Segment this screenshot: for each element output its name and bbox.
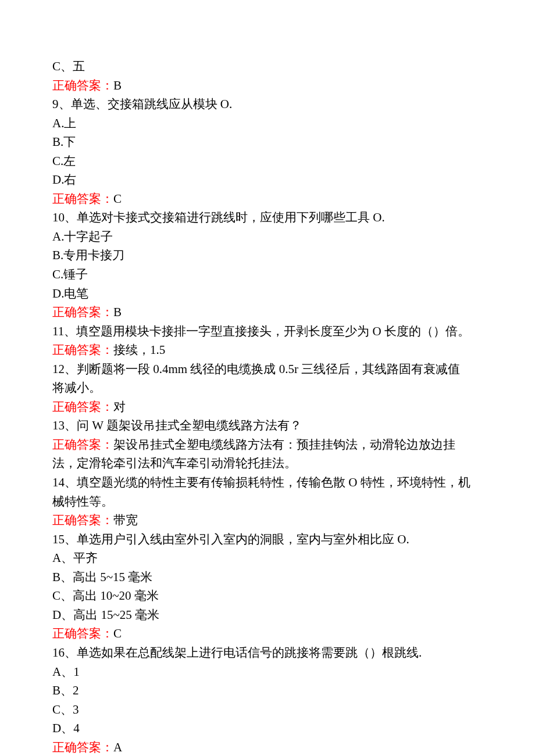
q13-answer-line-b: 法，定滑轮牵引法和汽车牵引动滑轮托挂法。 xyxy=(52,454,483,473)
q8-option-c: C、五 xyxy=(52,57,483,76)
answer-label: 正确答案： xyxy=(52,400,113,414)
answer-label: 正确答案： xyxy=(52,513,113,527)
q14-answer: 带宽 xyxy=(113,513,138,527)
q9-answer-line: 正确答案：C xyxy=(52,189,483,209)
q9-answer: C xyxy=(113,192,122,206)
q10-stem: 10、单选对卡接式交接箱进行跳线时，应使用下列哪些工具 O. xyxy=(52,208,483,227)
q11-stem: 11、填空题用模块卡接排一字型直接接头，开剥长度至少为 O 长度的（）倍。 xyxy=(52,322,483,341)
q13-answer-a: 架设吊挂式全塑电缆线路方法有：预挂挂钩法，动滑轮边放边挂 xyxy=(113,438,455,452)
q8-answer-line: 正确答案：B xyxy=(52,76,483,95)
q15-option-d: D、高出 15~25 毫米 xyxy=(52,605,483,625)
q9-option-a: A.上 xyxy=(52,114,483,133)
q10-option-b: B.专用卡接刀 xyxy=(52,246,483,265)
q9-option-b: B.下 xyxy=(52,132,483,152)
q12-stem-a: 12、判断题将一段 0.4mm 线径的电缆换成 0.5r 三线径后，其线路固有衰… xyxy=(52,360,483,379)
q10-option-a: A.十字起子 xyxy=(52,227,483,246)
answer-label: 正确答案： xyxy=(52,626,113,640)
q10-option-c: C.锤子 xyxy=(52,265,483,284)
q14-stem-a: 14、填空题光缆的特性主要有传输损耗特性，传输色散 O 特性，环境特性，机 xyxy=(52,473,483,492)
q13-stem: 13、问 W 题架设吊挂式全塑电缆线路方法有？ xyxy=(52,416,483,435)
q9-option-c: C.左 xyxy=(52,152,483,171)
q11-answer-line: 正确答案：接续，1.5 xyxy=(52,341,483,360)
q16-answer-line: 正确答案：A xyxy=(52,738,483,756)
q16-option-b: B、2 xyxy=(52,681,483,700)
q15-option-b: B、高出 5~15 毫米 xyxy=(52,568,483,587)
q12-stem-b: 将减小。 xyxy=(52,378,483,397)
q15-option-a: A、平齐 xyxy=(52,549,483,568)
answer-label: 正确答案： xyxy=(52,78,113,92)
q13-answer-line-a: 正确答案：架设吊挂式全塑电缆线路方法有：预挂挂钩法，动滑轮边放边挂 xyxy=(52,435,483,454)
q12-answer: 对 xyxy=(113,400,126,414)
answer-label: 正确答案： xyxy=(52,305,113,319)
q15-stem: 15、单选用户引入线由室外引入室内的洞眼，室内与室外相比应 O. xyxy=(52,530,483,549)
q10-option-d: D.电笔 xyxy=(52,284,483,303)
q8-answer: B xyxy=(113,78,122,92)
q16-option-c: C、3 xyxy=(52,700,483,719)
answer-label: 正确答案： xyxy=(52,343,113,357)
q16-stem: 16、单选如果在总配线架上进行电话信号的跳接将需要跳（）根跳线. xyxy=(52,643,483,662)
q10-answer: B xyxy=(113,305,122,319)
q9-option-d: D.右 xyxy=(52,170,483,189)
q15-answer: C xyxy=(113,626,122,640)
q14-stem-b: 械特性等。 xyxy=(52,492,483,511)
q14-answer-line: 正确答案：带宽 xyxy=(52,511,483,530)
answer-label: 正确答案： xyxy=(52,740,113,754)
q16-answer: A xyxy=(113,740,122,754)
q12-answer-line: 正确答案：对 xyxy=(52,397,483,417)
q15-option-c: C、高出 10~20 毫米 xyxy=(52,586,483,605)
q16-option-d: D、4 xyxy=(52,719,483,738)
q11-answer: 接续，1.5 xyxy=(113,343,165,357)
answer-label: 正确答案： xyxy=(52,192,113,206)
q16-option-a: A、1 xyxy=(52,662,483,682)
q10-answer-line: 正确答案：B xyxy=(52,303,483,322)
q15-answer-line: 正确答案：C xyxy=(52,624,483,643)
q9-stem: 9、单选、交接箱跳线应从模块 O. xyxy=(52,95,483,114)
answer-label: 正确答案： xyxy=(52,438,113,452)
